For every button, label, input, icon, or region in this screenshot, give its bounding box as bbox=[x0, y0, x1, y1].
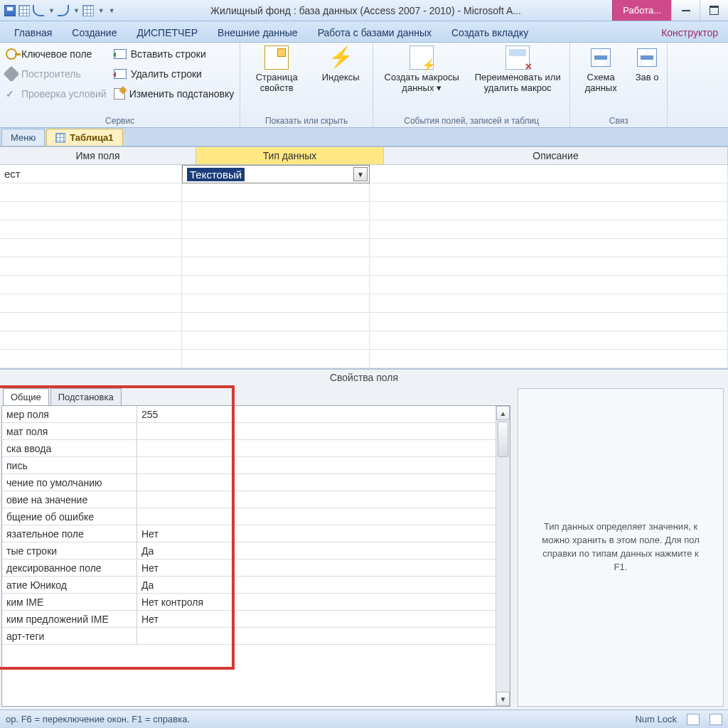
property-sheet-button[interactable]: Страница свойств bbox=[246, 46, 307, 94]
deps-icon bbox=[635, 46, 659, 70]
redo-dropdown-icon[interactable]: ▼ bbox=[73, 7, 80, 14]
property-row[interactable]: мат поля bbox=[2, 423, 496, 440]
view-design-icon[interactable] bbox=[710, 714, 722, 725]
grid-row[interactable] bbox=[0, 331, 728, 350]
grid-row[interactable] bbox=[0, 257, 728, 276]
grid-row[interactable] bbox=[0, 350, 728, 368]
ribbon-tab-dbtools[interactable]: Работа с базами данных bbox=[308, 23, 441, 42]
grid-row[interactable] bbox=[0, 294, 728, 313]
modify-lookup-button[interactable]: Изменить подстановку bbox=[114, 85, 235, 102]
grid-row[interactable] bbox=[0, 183, 728, 202]
grid-row[interactable] bbox=[0, 313, 728, 331]
ribbon-tab-home[interactable]: Главная bbox=[4, 23, 62, 42]
property-row[interactable]: бщение об ошибке bbox=[2, 508, 496, 525]
header-data-type[interactable]: Тип данных bbox=[196, 146, 384, 165]
lightning-icon bbox=[328, 46, 353, 70]
field-help-text: Тип данных определяет значения, к можно … bbox=[518, 388, 724, 707]
scroll-down-icon[interactable]: ▼ bbox=[496, 692, 510, 706]
property-label: ким предложений IME bbox=[2, 611, 137, 627]
property-value[interactable] bbox=[137, 474, 496, 491]
grid-row[interactable] bbox=[0, 220, 728, 239]
view-dropdown-icon[interactable]: ▼ bbox=[98, 7, 105, 14]
relationships-label: Схема данных bbox=[576, 73, 626, 94]
macro-icon bbox=[410, 46, 434, 70]
header-field-name[interactable]: Имя поля bbox=[0, 146, 196, 165]
property-tab-lookup[interactable]: Подстановка bbox=[50, 388, 122, 406]
property-value[interactable] bbox=[137, 457, 496, 473]
create-macros-button[interactable]: Создать макросы данных ▾ bbox=[379, 46, 464, 94]
property-value[interactable]: Нет bbox=[137, 560, 496, 576]
property-row[interactable]: мер поля255 bbox=[2, 406, 496, 423]
delete-rows-button[interactable]: Удалить строки bbox=[114, 65, 235, 82]
property-label: мат поля bbox=[2, 423, 137, 439]
property-label: ска ввода bbox=[2, 440, 137, 456]
grid-row[interactable] bbox=[0, 276, 728, 294]
property-row[interactable]: ска ввода bbox=[2, 440, 496, 457]
ribbon-tab-dispatcher[interactable]: ДИСПЕТЧЕР bbox=[127, 23, 208, 42]
undo-dropdown-icon[interactable]: ▼ bbox=[48, 7, 55, 14]
property-row[interactable]: тые строкиДа bbox=[2, 542, 496, 560]
property-row[interactable]: овие на значение bbox=[2, 491, 496, 508]
property-row[interactable]: чение по умолчанию bbox=[2, 474, 496, 491]
relationships-button[interactable]: Схема данных bbox=[576, 46, 626, 94]
ribbon-tab-create[interactable]: Создание bbox=[62, 23, 127, 42]
property-value[interactable]: 255 bbox=[137, 406, 496, 422]
redo-icon[interactable] bbox=[58, 5, 69, 16]
property-row[interactable]: арт-теги bbox=[2, 628, 496, 645]
minimize-button[interactable] bbox=[671, 0, 700, 21]
description-cell[interactable] bbox=[370, 165, 728, 183]
ribbon-tab-external[interactable]: Внешние данные bbox=[208, 23, 308, 42]
status-numlock: Num Lock bbox=[635, 714, 677, 724]
ribbon-group-relations-label: Связ bbox=[576, 114, 661, 126]
property-value[interactable]: Да bbox=[137, 542, 496, 559]
qat-customize-icon[interactable]: ▼ bbox=[109, 7, 115, 14]
contextual-tab-label[interactable]: Работа... bbox=[612, 0, 671, 21]
status-help: ор. F6 = переключение окон. F1 = справка… bbox=[6, 714, 190, 724]
data-type-dropdown-icon[interactable]: ▼ bbox=[353, 167, 368, 181]
grid-row[interactable] bbox=[0, 202, 728, 220]
property-value[interactable]: Нет контроля bbox=[137, 594, 496, 610]
property-value[interactable] bbox=[137, 440, 496, 456]
property-row[interactable]: ким предложений IMEНет bbox=[2, 611, 496, 628]
rename-macro-button[interactable]: Переименовать или удалить макрос bbox=[471, 46, 564, 94]
property-row[interactable]: дексированное полеНет bbox=[2, 560, 496, 577]
scroll-track[interactable] bbox=[496, 420, 510, 692]
header-description[interactable]: Описание bbox=[384, 146, 728, 165]
property-row[interactable]: атие ЮникодДа bbox=[2, 577, 496, 594]
save-icon[interactable] bbox=[4, 5, 16, 16]
doc-tab-table1-label: Таблица1 bbox=[70, 132, 113, 143]
property-sheet-icon bbox=[264, 46, 289, 70]
dependencies-button[interactable]: Зав о bbox=[633, 46, 661, 83]
property-value[interactable]: Да bbox=[137, 577, 496, 593]
scroll-up-icon[interactable]: ▲ bbox=[496, 406, 510, 420]
view-datasheet-icon[interactable] bbox=[687, 714, 700, 725]
data-type-cell[interactable]: Текстовый ▼ bbox=[182, 165, 370, 183]
property-value[interactable] bbox=[137, 491, 496, 508]
property-scrollbar[interactable]: ▲ ▼ bbox=[496, 406, 510, 706]
paste-icon[interactable] bbox=[18, 5, 30, 16]
property-value[interactable] bbox=[137, 508, 496, 525]
property-value[interactable]: Нет bbox=[137, 525, 496, 542]
maximize-button[interactable] bbox=[700, 0, 728, 21]
ribbon-tab-newtab[interactable]: Создать вкладку bbox=[441, 23, 538, 42]
scroll-thumb[interactable] bbox=[498, 422, 508, 457]
field-name-cell[interactable]: ест bbox=[0, 165, 182, 183]
property-value[interactable]: Нет bbox=[137, 611, 496, 627]
property-value[interactable] bbox=[137, 628, 496, 644]
doc-tab-table1[interactable]: Таблица1 bbox=[46, 129, 122, 146]
property-tab-general[interactable]: Общие bbox=[3, 388, 49, 406]
property-value[interactable] bbox=[137, 423, 496, 439]
datasheet-icon[interactable] bbox=[82, 5, 94, 16]
grid-row[interactable] bbox=[0, 239, 728, 257]
property-row[interactable]: пись bbox=[2, 457, 496, 474]
ribbon-tab-design[interactable]: Конструктор bbox=[651, 23, 728, 42]
insert-rows-button[interactable]: Вставить строки bbox=[114, 46, 235, 63]
undo-icon[interactable] bbox=[33, 5, 44, 16]
grid-row[interactable]: ест Текстовый ▼ bbox=[0, 165, 728, 183]
property-row[interactable]: язательное полеНет bbox=[2, 525, 496, 542]
doc-tab-menu[interactable]: Меню bbox=[1, 129, 45, 146]
primary-key-button[interactable]: Ключевое поле bbox=[6, 46, 107, 63]
quick-access-toolbar: ▼ ▼ ▼ ▼ bbox=[0, 0, 119, 21]
indexes-button[interactable]: Индексы bbox=[314, 46, 367, 83]
property-row[interactable]: ким IMEНет контроля bbox=[2, 594, 496, 611]
